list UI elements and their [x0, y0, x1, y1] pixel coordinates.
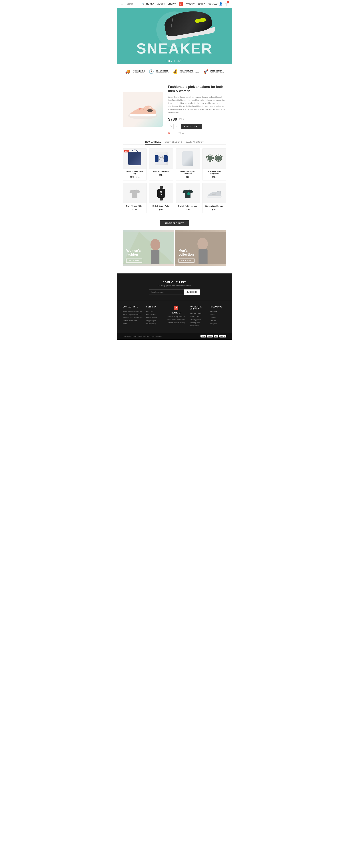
search-bar: 🔍 [125, 2, 146, 6]
nav-pages[interactable]: PAGES ▾ [185, 3, 195, 5]
cart-btn[interactable]: 🛒 [164, 163, 169, 167]
product-badge: -4% [124, 150, 129, 152]
social-pinterest[interactable]: Pinterest [210, 319, 226, 322]
nav-contact[interactable]: CONTACT [208, 3, 219, 5]
product-info: Stylish T-shirt for Men $154 [176, 203, 200, 213]
social-facebook[interactable]: Facebook [210, 310, 226, 313]
user-icon[interactable]: 👤 [219, 2, 223, 6]
navbar-right: 👤 🛒 1 [219, 2, 228, 6]
navbar: ☰ 🔍 HOME ▾ ABOUT SHOP ▾ Z PAGES ▾ BLOG ▾… [117, 0, 232, 8]
wishlist-btn[interactable]: ♡ [159, 163, 164, 167]
cart-btn[interactable]: 🛒 [138, 197, 142, 202]
quick-view-btn[interactable]: 👁 [128, 163, 132, 167]
company-link[interactable]: Shipping guid [146, 319, 163, 322]
feature-returns-text: Money returns Guarantee of money return [179, 70, 199, 74]
company-link[interactable]: Privacy policy [146, 322, 163, 326]
quick-view-btn[interactable]: 👁 [207, 163, 211, 167]
wishlist-btn[interactable]: ♡ [185, 197, 190, 202]
more-product-button[interactable]: MORE PRODUCT [160, 220, 189, 226]
feature-shipping: 🚚 Free shipping Around the world [125, 69, 145, 74]
add-to-cart-button[interactable]: ADD TO CART [181, 124, 202, 129]
feature-returns-title: Money returns [179, 70, 199, 72]
social-twitter[interactable]: Twitter [210, 313, 226, 316]
wishlist-btn[interactable]: ♡ [133, 197, 137, 202]
wishlist-btn[interactable]: ♡ [212, 163, 216, 167]
quick-view-btn[interactable]: 👁 [180, 163, 185, 167]
product-price: $154 [159, 174, 164, 176]
svg-rect-13 [160, 186, 163, 189]
navbar-center: HOME ▾ ABOUT SHOP ▾ Z PAGES ▾ BLOG ▾ CON… [146, 2, 219, 6]
social-linkedin[interactable]: Linkedin [210, 316, 226, 319]
payment-link[interactable]: Payment method [190, 312, 206, 315]
payment-link[interactable]: Shipping policy [190, 318, 206, 321]
slide-dot-2[interactable]: 02 [178, 132, 180, 134]
product-card: 12 58 👁 ♡ 🛒 Stylish Smart Watch $154 [149, 183, 173, 213]
slide-dot-3[interactable]: 03 [182, 132, 184, 134]
product-info: Shadeleje Gold Sunglasses $154 [203, 169, 226, 180]
footer-main: CONTACT INFO Phone: 888-999-000-5423 Ema… [117, 300, 232, 333]
social-instagram[interactable]: Instagram [210, 322, 226, 326]
company-link[interactable]: Recent bought [146, 316, 163, 319]
company-link[interactable]: About us [146, 310, 163, 313]
wishlist-btn[interactable]: ♡ [133, 163, 137, 167]
product-info: Beautifull Stylish Handbag $99 [176, 169, 200, 180]
product-info: Two Colure Hoodie $154 [149, 169, 173, 178]
tab-new-arrival[interactable]: NEW ARRIVAL [145, 140, 161, 145]
slide-dot-1[interactable]: 01 [168, 132, 170, 134]
quick-view-btn[interactable]: 👁 [128, 197, 132, 202]
cart-btn[interactable]: 🛒 [191, 163, 195, 167]
footer-brand: Z ZANGO Showed a lady fitted out with a … [166, 306, 186, 328]
subscribe-button[interactable]: SUBSCIBE [184, 289, 200, 295]
cart-btn[interactable]: 🛒 [217, 197, 221, 202]
search-input[interactable] [127, 3, 141, 5]
mens-shop-now[interactable]: SHOP NOW [178, 258, 195, 262]
wishlist-btn[interactable]: ♡ [212, 197, 216, 202]
cart-btn[interactable]: 🛒 [217, 163, 221, 167]
hero-next[interactable]: NEXT → [177, 60, 186, 62]
company-link[interactable]: Best services [146, 313, 163, 316]
menu-icon[interactable]: ☰ [121, 2, 124, 6]
womens-shop-now[interactable]: SHOP NOW [126, 258, 142, 262]
nav-blog[interactable]: BLOG ▾ [198, 3, 206, 5]
product-price-old: $254 [136, 176, 139, 178]
footer-newsletter: JOIN OUR LIST Get timely updates from yo… [117, 274, 232, 300]
store-search-icon: 🚀 [203, 69, 208, 74]
quick-view-btn[interactable]: 👁 [207, 197, 211, 202]
wishlist-btn[interactable]: ♡ [159, 197, 164, 202]
product-image: 👁 ♡ 🛒 [123, 183, 146, 203]
payment-link[interactable]: Teams of use [190, 315, 206, 318]
feature-search-subtitle: Quick Store Search [210, 72, 224, 74]
tab-sale-product[interactable]: SALE PRODUCT [186, 140, 204, 145]
womens-collection-card: Women'sfashion SHOP NOW [123, 230, 174, 266]
cart-btn[interactable]: 🛒 [164, 197, 169, 202]
hero-prev[interactable]: ← PREV [163, 60, 172, 62]
compare-button[interactable]: ⚖ [175, 124, 180, 129]
feature-support-title: 24/7 Support [155, 70, 169, 72]
slide-line [172, 133, 177, 133]
quick-view-btn[interactable]: 👁 [154, 163, 158, 167]
cart-icon-wrapper[interactable]: 🛒 1 [224, 2, 228, 6]
wishlist-btn[interactable]: ♡ [185, 163, 190, 167]
wishlist-button[interactable]: ♡ [168, 124, 174, 129]
payment-link[interactable]: Return policy [190, 324, 206, 328]
cart-btn[interactable]: 🛒 [191, 197, 195, 202]
svg-text:58: 58 [160, 193, 162, 195]
feature-search: 🚀 Store search Quick Store Search [203, 69, 224, 74]
quick-view-btn[interactable]: 👁 [154, 197, 158, 202]
search-icon[interactable]: 🔍 [142, 3, 144, 5]
tab-best-sellers[interactable]: BEST SELLERS [165, 140, 182, 145]
svg-rect-19 [158, 196, 165, 197]
payment-link[interactable]: Shipping guide [190, 321, 206, 324]
footer-social: FOLLOW US Facebook Twitter Linkedin Pint… [210, 306, 226, 328]
product-name: Beautifull Stylish Handbag [178, 170, 198, 175]
nav-shop[interactable]: SHOP ▾ [168, 3, 176, 5]
newsletter-heading: JOIN OUR LIST [123, 281, 226, 284]
mastercard-icon: MC [214, 335, 218, 338]
nav-about[interactable]: ABOUT [158, 3, 165, 5]
product-name: Stylish Smart Watch [151, 205, 171, 207]
email-input[interactable] [149, 289, 184, 295]
cart-btn[interactable]: 🛒 [138, 163, 142, 167]
svg-line-12 [222, 156, 222, 158]
quick-view-btn[interactable]: 👁 [180, 197, 185, 202]
nav-home[interactable]: HOME ▾ [146, 3, 154, 5]
